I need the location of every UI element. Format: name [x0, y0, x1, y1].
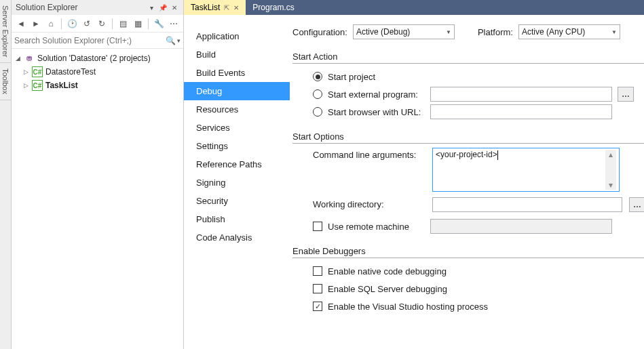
- pin-icon[interactable]: 📌: [158, 3, 168, 12]
- start-options-header: Start Options: [292, 131, 644, 144]
- project-properties-body: Application Build Build Events Debug Res…: [184, 15, 644, 349]
- nav-build-events[interactable]: Build Events: [184, 64, 290, 82]
- chevron-down-icon: ▼: [611, 29, 617, 35]
- nav-signing[interactable]: Signing: [184, 173, 290, 192]
- chevron-down-icon: ▼: [446, 29, 451, 35]
- sql-debug-checkbox[interactable]: [313, 284, 322, 293]
- forward-icon[interactable]: ►: [29, 17, 43, 30]
- platform-combo[interactable]: Active (Any CPU) ▼: [518, 24, 620, 39]
- solution-explorer-toolbar: ◄ ► ⌂ 🕑 ↺ ↻ ▤ ▦ 🔧 ⋯: [12, 15, 183, 33]
- separator: [61, 18, 62, 29]
- nav-security[interactable]: Security: [184, 192, 290, 210]
- scroll-down-icon[interactable]: ▾: [609, 180, 613, 190]
- solution-explorer-panel: Solution Explorer ▾ 📌 ✕ ◄ ► ⌂ 🕑 ↺ ↻ ▤ ▦ …: [12, 0, 184, 349]
- nav-reference-paths[interactable]: Reference Paths: [184, 155, 290, 173]
- nav-services[interactable]: Services: [184, 119, 290, 137]
- project-datastoretest[interactable]: ▷ C# DatastoreTest: [12, 65, 183, 79]
- nav-publish[interactable]: Publish: [184, 210, 290, 228]
- project-label: TaskList: [45, 81, 78, 90]
- show-all-icon[interactable]: ▦: [131, 17, 145, 30]
- search-icon[interactable]: 🔍: [166, 36, 176, 45]
- browse-button[interactable]: …: [618, 87, 634, 102]
- document-tab-strip: TaskList ⇱ ✕ Program.cs ▾: [184, 0, 644, 15]
- start-project-radio[interactable]: [313, 72, 322, 81]
- separator: [112, 18, 113, 29]
- remote-machine-row: Use remote machine: [313, 218, 644, 235]
- collapse-icon[interactable]: ▤: [116, 17, 130, 30]
- tab-programcs[interactable]: Program.cs: [246, 0, 301, 15]
- native-debug-label: Enable native code debugging: [328, 266, 447, 276]
- pending-icon[interactable]: ↺: [80, 17, 94, 30]
- configuration-value: Active (Debug): [356, 27, 446, 37]
- csharp-project-icon: C#: [32, 80, 43, 91]
- tab-label: TaskList: [191, 3, 220, 12]
- home-icon[interactable]: ⌂: [44, 17, 58, 30]
- start-browser-label: Start browser with URL:: [328, 107, 425, 117]
- cmd-args-input[interactable]: <your-project-id> ▴▾: [432, 148, 620, 192]
- nav-settings[interactable]: Settings: [184, 137, 290, 155]
- platform-value: Active (Any CPU): [522, 27, 611, 37]
- solution-search-row: 🔍 ▾: [12, 33, 183, 49]
- native-debug-checkbox[interactable]: [313, 266, 322, 276]
- project-label: DatastoreTest: [45, 67, 96, 77]
- nav-resources[interactable]: Resources: [184, 100, 290, 119]
- hosting-process-checkbox[interactable]: ✓: [313, 302, 322, 311]
- start-action-group: Start project Start external program: … …: [292, 68, 644, 121]
- properties-icon[interactable]: 🔧: [152, 17, 166, 30]
- start-browser-radio[interactable]: [313, 107, 322, 117]
- working-dir-input[interactable]: [432, 197, 622, 212]
- enable-debuggers-group: Enable native code debugging Enable SQL …: [292, 262, 644, 315]
- csharp-project-icon: C#: [32, 66, 43, 77]
- start-external-input[interactable]: [430, 87, 612, 102]
- nav-application[interactable]: Application: [184, 27, 290, 45]
- platform-label: Platform:: [478, 27, 513, 37]
- native-debug-row: Enable native code debugging: [313, 262, 644, 280]
- configuration-combo[interactable]: Active (Debug) ▼: [353, 24, 455, 39]
- close-icon[interactable]: ✕: [233, 4, 239, 12]
- expand-icon[interactable]: ▷: [24, 68, 32, 75]
- working-dir-label: Working directory:: [313, 197, 425, 209]
- hosting-process-label: Enable the Visual Studio hosting process: [328, 302, 488, 312]
- sql-debug-label: Enable SQL Server debugging: [328, 284, 447, 294]
- solution-root[interactable]: ◢ ⛃ Solution 'Datastore' (2 projects): [12, 52, 183, 65]
- tab-label: Program.cs: [252, 3, 294, 12]
- scope-icon[interactable]: 🕑: [65, 17, 79, 30]
- solution-tree: ◢ ⛃ Solution 'Datastore' (2 projects) ▷ …: [12, 49, 183, 95]
- remote-machine-label: Use remote machine: [328, 222, 425, 232]
- solution-icon: ⛃: [24, 53, 35, 64]
- refresh-icon[interactable]: ↻: [95, 17, 109, 30]
- remote-machine-checkbox[interactable]: [313, 222, 322, 231]
- server-explorer-tab[interactable]: Server Explorer: [0, 0, 11, 63]
- start-project-label: Start project: [328, 72, 440, 82]
- browse-button[interactable]: …: [629, 197, 644, 212]
- side-well: Server Explorer Toolbox: [0, 0, 12, 349]
- search-dropdown-icon[interactable]: ▾: [177, 37, 181, 44]
- properties-nav: Application Build Build Events Debug Res…: [184, 15, 290, 349]
- close-icon[interactable]: ✕: [170, 3, 179, 12]
- tab-tasklist[interactable]: TaskList ⇱ ✕: [184, 0, 246, 15]
- start-browser-row: Start browser with URL:: [313, 103, 644, 121]
- start-external-radio[interactable]: [313, 89, 322, 99]
- window-menu-icon[interactable]: ▾: [147, 3, 156, 12]
- editor-area: TaskList ⇱ ✕ Program.cs ▾ Application Bu…: [184, 0, 644, 349]
- more-icon[interactable]: ⋯: [167, 17, 181, 30]
- solution-explorer-titlebar: Solution Explorer ▾ 📌 ✕: [12, 0, 183, 15]
- start-browser-input[interactable]: [430, 104, 612, 119]
- hosting-process-row: ✓ Enable the Visual Studio hosting proce…: [313, 297, 644, 315]
- scrollbar[interactable]: ▴▾: [605, 150, 616, 190]
- cmd-args-label: Command line arguments:: [313, 148, 425, 160]
- project-tasklist[interactable]: ▷ C# TaskList: [12, 79, 183, 92]
- start-external-row: Start external program: …: [313, 85, 644, 103]
- expand-icon[interactable]: ◢: [16, 55, 24, 62]
- enable-debuggers-header: Enable Debuggers: [292, 246, 644, 258]
- scroll-up-icon[interactable]: ▴: [609, 150, 613, 159]
- nav-build[interactable]: Build: [184, 45, 290, 64]
- nav-code-analysis[interactable]: Code Analysis: [184, 228, 290, 247]
- back-icon[interactable]: ◄: [14, 17, 28, 30]
- toolbox-tab[interactable]: Toolbox: [0, 63, 11, 100]
- separator: [148, 18, 149, 29]
- nav-debug[interactable]: Debug: [184, 82, 290, 100]
- pin-icon[interactable]: ⇱: [224, 4, 229, 12]
- solution-search-input[interactable]: [14, 36, 166, 45]
- expand-icon[interactable]: ▷: [24, 82, 32, 89]
